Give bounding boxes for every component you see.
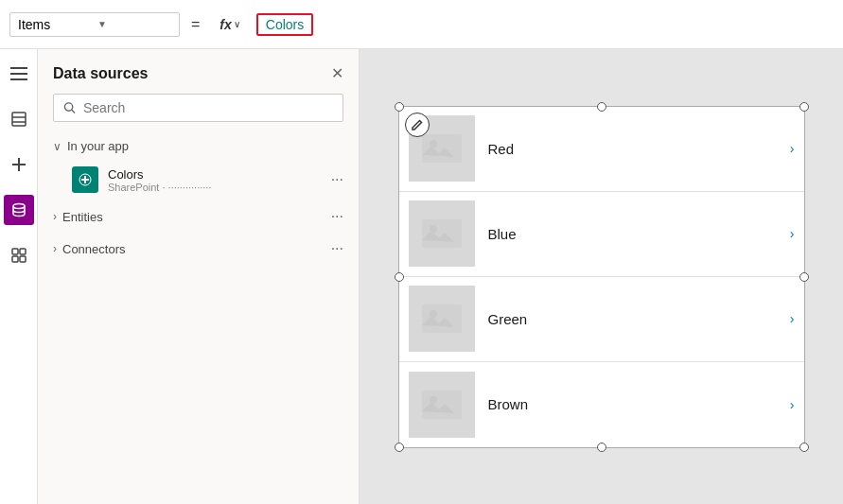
handle-middle-left[interactable] (395, 272, 404, 282)
top-bar: Items ▼ = fx ∨ Colors (0, 0, 843, 49)
connectors-row[interactable]: › Connectors ··· (38, 233, 359, 265)
connectors-dots[interactable]: ··· (331, 240, 343, 257)
main-layout: Data sources ✕ ∨ In your app Colors Shar… (0, 49, 843, 504)
search-input[interactable] (83, 100, 333, 115)
svg-rect-12 (20, 256, 26, 262)
search-icon (63, 101, 76, 114)
colors-sub: SharePoint · ··············· (108, 182, 322, 193)
fx-text: fx (220, 17, 231, 32)
handle-bottom-center[interactable] (597, 443, 606, 452)
svg-rect-18 (422, 134, 462, 163)
add-icon[interactable] (4, 149, 34, 180)
gallery-arrow-green[interactable]: › (790, 311, 795, 326)
svg-rect-0 (10, 67, 27, 69)
gallery-thumb-blue (409, 200, 475, 267)
gallery-arrow-red[interactable]: › (790, 141, 795, 156)
dropdown-chevron: ▼ (97, 19, 171, 29)
component-icon[interactable] (4, 240, 34, 270)
svg-rect-22 (422, 304, 462, 333)
gallery-item-blue[interactable]: Blue › (399, 192, 804, 277)
colors-info: Colors SharePoint · ··············· (108, 167, 322, 193)
items-dropdown[interactable]: Items ▼ (9, 12, 180, 37)
equals-sign: = (191, 16, 200, 33)
gallery-item-red[interactable]: Red › (399, 107, 804, 192)
svg-rect-3 (12, 113, 26, 126)
svg-rect-24 (422, 391, 462, 419)
gallery-thumb-green (409, 286, 475, 352)
svg-rect-7 (12, 164, 26, 165)
gallery-widget[interactable]: Red › Blue › Green › (398, 106, 805, 448)
gallery-thumb-brown (409, 372, 475, 438)
colors-menu-dots[interactable]: ··· (331, 171, 343, 188)
colors-data-icon (72, 166, 98, 193)
in-your-app-label: In your app (67, 139, 129, 153)
svg-line-14 (72, 110, 75, 113)
svg-rect-9 (12, 249, 18, 254)
colors-data-item[interactable]: Colors SharePoint · ··············· ··· (38, 159, 359, 200)
panel-title: Data sources (53, 65, 149, 82)
handle-top-right[interactable] (799, 102, 809, 112)
svg-rect-1 (10, 73, 27, 75)
search-box[interactable] (53, 94, 343, 122)
formula-value: Colors (256, 13, 313, 36)
handle-top-left[interactable] (395, 102, 404, 112)
gallery-label-red: Red (488, 141, 777, 157)
entities-dots[interactable]: ··· (331, 208, 343, 225)
items-label: Items (18, 17, 92, 32)
gallery-label-blue: Blue (488, 226, 777, 242)
hamburger-menu-icon[interactable] (4, 59, 34, 89)
data-icon[interactable] (4, 195, 34, 225)
layers-icon[interactable] (4, 104, 34, 134)
panel-header: Data sources ✕ (38, 49, 359, 94)
handle-top-center[interactable] (597, 102, 606, 112)
svg-point-8 (13, 204, 25, 209)
svg-rect-11 (12, 256, 18, 262)
colors-name: Colors (108, 167, 322, 182)
handle-middle-right[interactable] (799, 272, 809, 282)
entities-label: Entities (62, 210, 325, 224)
fx-chevron-icon: ∨ (234, 19, 240, 29)
entities-row[interactable]: › Entities ··· (38, 200, 359, 233)
canvas-area: Red › Blue › Green › (360, 49, 843, 504)
connectors-chevron: › (53, 242, 57, 255)
data-sources-panel: Data sources ✕ ∨ In your app Colors Shar… (38, 49, 360, 504)
gallery-item-green[interactable]: Green › (399, 277, 804, 362)
in-your-app-header[interactable]: ∨ In your app (38, 133, 359, 159)
handle-bottom-right[interactable] (799, 443, 809, 452)
sidebar-icons (0, 49, 38, 504)
svg-rect-17 (84, 176, 86, 183)
gallery-arrow-brown[interactable]: › (790, 397, 795, 412)
gallery-item-brown[interactable]: Brown › (399, 362, 804, 447)
gallery-label-green: Green (488, 311, 777, 327)
fx-button[interactable]: fx ∨ (211, 12, 248, 37)
connectors-label: Connectors (62, 242, 325, 256)
svg-rect-10 (20, 249, 26, 254)
svg-rect-20 (422, 219, 462, 248)
edit-icon[interactable] (405, 113, 430, 137)
svg-rect-2 (10, 78, 27, 80)
gallery-label-brown: Brown (488, 396, 777, 412)
entities-chevron: › (53, 210, 57, 223)
svg-point-13 (64, 103, 72, 111)
in-your-app-chevron: ∨ (53, 140, 61, 153)
gallery-arrow-blue[interactable]: › (790, 226, 795, 241)
handle-bottom-left[interactable] (395, 443, 404, 452)
close-button[interactable]: ✕ (331, 64, 343, 82)
